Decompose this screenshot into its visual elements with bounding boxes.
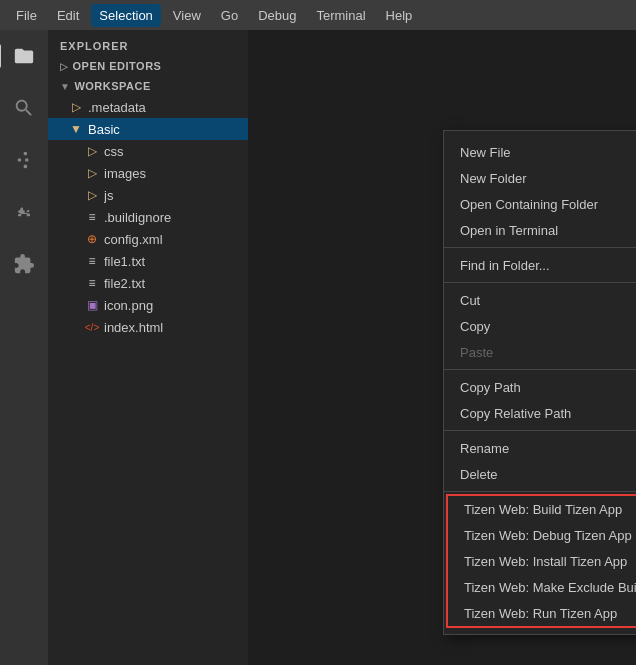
ctx-new-file-label: New File (460, 145, 511, 160)
activity-debug[interactable] (6, 194, 42, 230)
ctx-paste: Paste Ctrl+V (444, 339, 636, 365)
menu-debug[interactable]: Debug (250, 4, 304, 27)
menu-view[interactable]: View (165, 4, 209, 27)
tree-js[interactable]: ▷ js (48, 184, 248, 206)
ctx-delete-label: Delete (460, 467, 498, 482)
ctx-copy-label: Copy (460, 319, 490, 334)
tree-configxml-label: config.xml (104, 232, 248, 247)
ctx-tizen-run-label: Tizen Web: Run Tizen App (464, 606, 617, 621)
tizen-section: Tizen Web: Build Tizen App Tizen Web: De… (446, 494, 636, 628)
menu-edit[interactable]: Edit (49, 4, 87, 27)
ctx-tizen-exclude[interactable]: Tizen Web: Make Exclude Build List (448, 574, 636, 600)
content-area: New File New Folder Open Containing Fold… (248, 30, 636, 665)
folder-open-icon: ▼ (68, 122, 84, 136)
main-layout: EXPLORER ▷ OPEN EDITORS ▼ WORKSPACE ▷ .m… (0, 30, 636, 665)
ctx-copy-relative-path[interactable]: Copy Relative Path Alt+Ctrl+Shift+C (444, 400, 636, 426)
ctx-copy-path-label: Copy Path (460, 380, 521, 395)
ctx-open-terminal[interactable]: Open in Terminal (444, 217, 636, 243)
ctx-section-2: Find in Folder... Alt+Shift+F (444, 248, 636, 283)
folder-images-icon: ▷ (84, 166, 100, 180)
ctx-cut-label: Cut (460, 293, 480, 308)
tree-icon-png-label: icon.png (104, 298, 248, 313)
ctx-find-folder-label: Find in Folder... (460, 258, 550, 273)
tree-images[interactable]: ▷ images (48, 162, 248, 184)
ctx-tizen-run[interactable]: Tizen Web: Run Tizen App (448, 600, 636, 626)
ctx-tizen-debug[interactable]: Tizen Web: Debug Tizen App (448, 522, 636, 548)
ctx-copy[interactable]: Copy Ctrl+C (444, 313, 636, 339)
ctx-tizen-build-label: Tizen Web: Build Tizen App (464, 502, 622, 517)
activity-extensions[interactable] (6, 246, 42, 282)
file-txt2-icon: ≡ (84, 276, 100, 290)
context-menu: New File New Folder Open Containing Fold… (443, 130, 636, 635)
ctx-rename-label: Rename (460, 441, 509, 456)
tree-file1-label: file1.txt (104, 254, 248, 269)
file-html-icon: </> (84, 322, 100, 333)
workspace-chevron: ▼ (60, 81, 70, 92)
ctx-find-folder[interactable]: Find in Folder... Alt+Shift+F (444, 252, 636, 278)
open-editors-header[interactable]: ▷ OPEN EDITORS (48, 56, 248, 76)
menu-selection[interactable]: Selection (91, 4, 160, 27)
ctx-section-1: New File New Folder Open Containing Fold… (444, 135, 636, 248)
tree-images-label: images (104, 166, 248, 181)
tree-metadata[interactable]: ▷ .metadata (48, 96, 248, 118)
activity-search[interactable] (6, 90, 42, 126)
folder-css-icon: ▷ (84, 144, 100, 158)
ctx-rename[interactable]: Rename F2 (444, 435, 636, 461)
tree-metadata-label: .metadata (88, 100, 248, 115)
ctx-tizen-exclude-label: Tizen Web: Make Exclude Build List (464, 580, 636, 595)
tree-basic-label: Basic (88, 122, 248, 137)
tree-css-label: css (104, 144, 248, 159)
menu-bar: File Edit Selection View Go Debug Termin… (0, 0, 636, 30)
ctx-tizen-debug-label: Tizen Web: Debug Tizen App (464, 528, 632, 543)
tree-buildignore[interactable]: ≡ .buildignore (48, 206, 248, 228)
ctx-open-folder[interactable]: Open Containing Folder Alt+Ctrl+R (444, 191, 636, 217)
ctx-delete[interactable]: Delete Del (444, 461, 636, 487)
ctx-tizen-install[interactable]: Tizen Web: Install Tizen App (448, 548, 636, 574)
open-editors-label: OPEN EDITORS (73, 60, 162, 72)
workspace-label: WORKSPACE (74, 80, 150, 92)
tree-js-label: js (104, 188, 248, 203)
sidebar: EXPLORER ▷ OPEN EDITORS ▼ WORKSPACE ▷ .m… (48, 30, 248, 665)
tree-icon-png[interactable]: ▣ icon.png (48, 294, 248, 316)
menu-help[interactable]: Help (378, 4, 421, 27)
menu-file[interactable]: File (8, 4, 45, 27)
menu-go[interactable]: Go (213, 4, 246, 27)
ctx-copy-path[interactable]: Copy Path Alt+Ctrl+C (444, 374, 636, 400)
tree-index-html[interactable]: </> index.html (48, 316, 248, 338)
ctx-paste-label: Paste (460, 345, 493, 360)
activity-bar (0, 30, 48, 665)
file-xml-icon: ⊕ (84, 232, 100, 246)
open-editors-chevron: ▷ (60, 61, 69, 72)
ctx-new-folder-label: New Folder (460, 171, 526, 186)
workspace-header[interactable]: ▼ WORKSPACE (48, 76, 248, 96)
file-buildignore-icon: ≡ (84, 210, 100, 224)
menu-terminal[interactable]: Terminal (308, 4, 373, 27)
tree-configxml[interactable]: ⊕ config.xml (48, 228, 248, 250)
explorer-title: EXPLORER (48, 30, 248, 56)
tree-buildignore-label: .buildignore (104, 210, 248, 225)
tree-css[interactable]: ▷ css (48, 140, 248, 162)
activity-git[interactable] (6, 142, 42, 178)
tree-file2[interactable]: ≡ file2.txt (48, 272, 248, 294)
ctx-section-5: Rename F2 Delete Del (444, 431, 636, 492)
activity-explorer[interactable] (6, 38, 42, 74)
ctx-new-file[interactable]: New File (444, 139, 636, 165)
ctx-section-4: Copy Path Alt+Ctrl+C Copy Relative Path … (444, 370, 636, 431)
folder-js-icon: ▷ (84, 188, 100, 202)
ctx-copy-relative-path-label: Copy Relative Path (460, 406, 571, 421)
tree-file1[interactable]: ≡ file1.txt (48, 250, 248, 272)
ctx-open-terminal-label: Open in Terminal (460, 223, 558, 238)
tree-file2-label: file2.txt (104, 276, 248, 291)
ctx-tizen-build[interactable]: Tizen Web: Build Tizen App (448, 496, 636, 522)
file-txt1-icon: ≡ (84, 254, 100, 268)
ctx-section-3: Cut Ctrl+X Copy Ctrl+C Paste Ctrl+V (444, 283, 636, 370)
ctx-cut[interactable]: Cut Ctrl+X (444, 287, 636, 313)
ctx-open-folder-label: Open Containing Folder (460, 197, 598, 212)
ctx-new-folder[interactable]: New Folder (444, 165, 636, 191)
tree-index-html-label: index.html (104, 320, 248, 335)
ctx-tizen-install-label: Tizen Web: Install Tizen App (464, 554, 627, 569)
file-png-icon: ▣ (84, 298, 100, 312)
tree-basic[interactable]: ▼ Basic (48, 118, 248, 140)
folder-icon: ▷ (68, 100, 84, 114)
